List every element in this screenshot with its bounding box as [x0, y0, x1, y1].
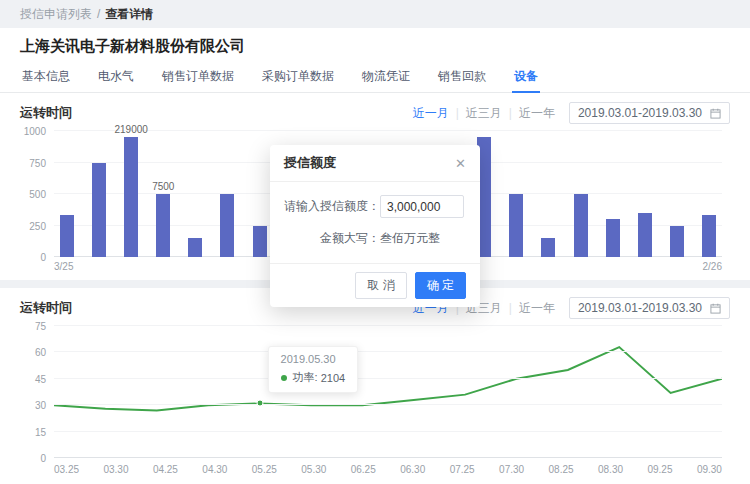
modal-footer: 取 消 确 定: [270, 263, 480, 307]
page-title: 上海关讯电子新材料股份有限公司: [0, 28, 750, 61]
bar[interactable]: 7500: [156, 194, 170, 257]
y-tick-label: 500: [29, 189, 54, 200]
line-x-labels: 03.2503.3004.2504.3005.2505.3006.2506.30…: [54, 464, 722, 475]
tab-sales-payments[interactable]: 销售回款: [424, 61, 500, 92]
x-axis-label: 2/26: [703, 261, 722, 272]
x-axis-label: 07.30: [499, 464, 524, 475]
calendar-icon: [710, 303, 721, 314]
bar[interactable]: [638, 213, 652, 257]
bar[interactable]: [60, 215, 74, 257]
amount-in-words-value: 叁佰万元整: [380, 230, 440, 247]
x-axis-label: 04.30: [202, 464, 227, 475]
y-tick-label: 1000: [24, 126, 54, 137]
x-axis-label: 06.30: [400, 464, 425, 475]
tooltip-series-value: 2104: [321, 372, 345, 384]
x-axis-label: 03.25: [54, 464, 79, 475]
bar-value-label: 7500: [152, 181, 174, 192]
credit-amount-input[interactable]: [380, 195, 464, 218]
range-separator: |: [509, 106, 512, 120]
modal-body: 请输入授信额度： 金额大写： 叁佰万元整: [270, 182, 480, 263]
y-tick-label: 0: [40, 252, 54, 263]
section-title: 运转时间: [20, 299, 72, 317]
bar[interactable]: [188, 238, 202, 257]
line-chart-plot: 2019.05.30 功率: 2104 01530456075: [54, 326, 722, 458]
gridline: 0: [54, 457, 722, 458]
breadcrumb-parent-link[interactable]: 授信申请列表: [20, 6, 92, 23]
tab-utilities[interactable]: 电水气: [84, 61, 148, 92]
section-operating-time-line: 运转时间 近一月|近三月|近一年 2019.03.01-2019.03.30 2…: [0, 288, 750, 475]
cancel-button[interactable]: 取 消: [355, 272, 406, 299]
breadcrumb-separator: /: [97, 7, 100, 21]
section-title: 运转时间: [20, 104, 72, 122]
range-option[interactable]: 近一年: [519, 105, 555, 122]
breadcrumb: 授信申请列表 / 查看详情: [0, 0, 750, 28]
x-axis-label: 08.25: [549, 464, 574, 475]
y-tick-label: 30: [35, 400, 54, 411]
x-axis-label: 3/25: [54, 261, 73, 272]
tooltip-series-row: 功率: 2104: [281, 370, 346, 385]
modal-title: 授信额度: [284, 154, 336, 172]
bar[interactable]: [606, 219, 620, 257]
x-axis-label: 05.25: [252, 464, 277, 475]
tab-basic-info[interactable]: 基本信息: [8, 61, 84, 92]
range-separator: |: [509, 301, 512, 315]
tab-purchase-orders[interactable]: 采购订单数据: [248, 61, 348, 92]
series-dot-icon: [281, 375, 287, 381]
x-axis-label: 06.25: [351, 464, 376, 475]
y-tick-label: 75: [35, 321, 54, 332]
calendar-icon: [710, 108, 721, 119]
credit-amount-row: 请输入授信额度：: [284, 195, 466, 218]
date-range-value: 2019.03.01-2019.03.30: [578, 301, 702, 315]
chart-tooltip: 2019.05.30 功率: 2104: [268, 346, 359, 393]
tooltip-series-label: 功率:: [293, 370, 318, 385]
confirm-button[interactable]: 确 定: [415, 272, 466, 299]
tooltip-date: 2019.05.30: [281, 353, 346, 365]
bar[interactable]: [670, 226, 684, 258]
tab-equipment[interactable]: 设备: [500, 61, 552, 92]
x-axis-label: 09.30: [697, 464, 722, 475]
bar-value-label: 219000: [115, 124, 148, 135]
section-header: 运转时间 近一月|近三月|近一年 2019.03.01-2019.03.30: [20, 101, 730, 125]
date-range-picker[interactable]: 2019.03.01-2019.03.30: [569, 297, 730, 319]
tab-logistics-vouchers[interactable]: 物流凭证: [348, 61, 424, 92]
date-range-picker[interactable]: 2019.03.01-2019.03.30: [569, 102, 730, 124]
y-tick-label: 45: [35, 374, 54, 385]
gridline: 75: [54, 325, 722, 326]
line-series: [54, 326, 722, 458]
breadcrumb-current: 查看详情: [105, 6, 153, 23]
x-axis-label: 05.30: [301, 464, 326, 475]
chart-controls: 近一月|近三月|近一年 2019.03.01-2019.03.30: [413, 102, 730, 124]
gridline: 60: [54, 351, 722, 352]
bar[interactable]: 219000: [124, 137, 138, 257]
amount-in-words-row: 金额大写： 叁佰万元整: [284, 230, 466, 247]
bar[interactable]: [220, 194, 234, 257]
range-option[interactable]: 近三月: [466, 105, 502, 122]
range-separator: |: [456, 106, 459, 120]
y-tick-label: 250: [29, 221, 54, 232]
range-selector: 近一月|近三月|近一年: [413, 105, 555, 122]
x-axis-label: 08.30: [598, 464, 623, 475]
bar[interactable]: [541, 238, 555, 257]
gridline: 15: [54, 431, 722, 432]
credit-limit-modal: 授信额度 ✕ 请输入授信额度： 金额大写： 叁佰万元整 取 消 确 定: [270, 145, 480, 307]
y-tick-label: 15: [35, 427, 54, 438]
gridline: 30: [54, 404, 722, 405]
bar[interactable]: [574, 194, 588, 257]
line-marker-dot: [256, 400, 263, 407]
close-icon[interactable]: ✕: [455, 157, 466, 170]
amount-in-words-label: 金额大写：: [284, 230, 380, 247]
x-axis-label: 09.25: [647, 464, 672, 475]
tabs: 基本信息电水气销售订单数据采购订单数据物流凭证销售回款设备: [0, 61, 750, 93]
bar[interactable]: [253, 226, 267, 258]
bar[interactable]: [702, 215, 716, 257]
bar[interactable]: [509, 194, 523, 257]
range-option[interactable]: 近一年: [519, 300, 555, 317]
x-axis-label: 07.25: [450, 464, 475, 475]
tab-sales-orders[interactable]: 销售订单数据: [148, 61, 248, 92]
bar[interactable]: [92, 163, 106, 258]
credit-amount-label: 请输入授信额度：: [284, 198, 380, 215]
modal-header: 授信额度 ✕: [270, 145, 480, 182]
y-tick-label: 750: [29, 158, 54, 169]
range-option[interactable]: 近一月: [413, 105, 449, 122]
x-axis-label: 04.25: [153, 464, 178, 475]
